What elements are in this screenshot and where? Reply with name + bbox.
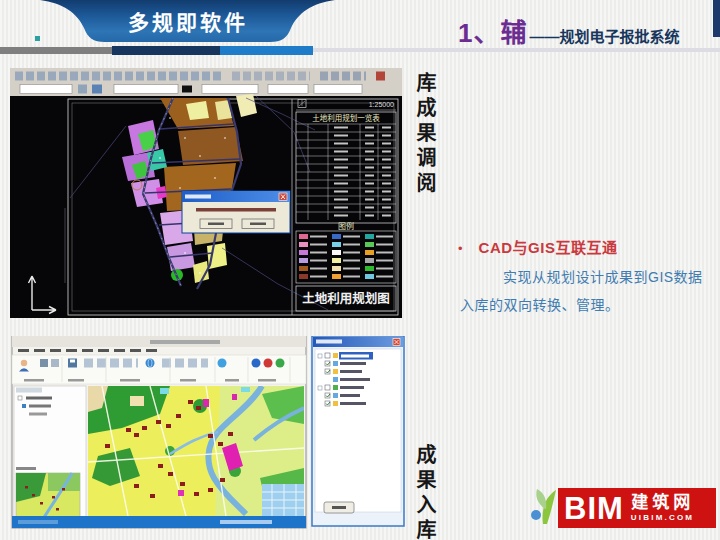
header-banner: 多规即软件 — [40, 0, 335, 44]
legend-title: 图例 — [338, 221, 354, 231]
start-icon[interactable] — [276, 359, 285, 368]
sync-icon[interactable] — [252, 359, 261, 368]
logo-domain: UIBIM.COM — [631, 513, 694, 522]
section-heading: 1、辅 ——规划电子报批系统 — [458, 12, 720, 48]
section-number: 1、辅 — [458, 12, 527, 49]
divider-navy-segment — [112, 46, 220, 55]
divider-blue-segment — [220, 46, 313, 55]
gis-ribbon[interactable] — [12, 355, 306, 384]
cad-layer-combo[interactable] — [20, 85, 72, 94]
cad-linetype-combo[interactable] — [202, 85, 258, 94]
logo-brand-cn: 建筑网 — [631, 494, 694, 513]
leaf-icon — [528, 484, 562, 528]
logo-box: BIM 建筑网 UIBIM.COM — [558, 488, 716, 528]
cad-plotstyle-combo[interactable] — [314, 85, 362, 94]
bullet-body-line1: 实现从规划设计成果到GIS数据 — [503, 266, 703, 286]
info-dialog — [182, 191, 290, 233]
status-bar — [12, 516, 306, 528]
vertical-label-store: 成果入库 — [406, 444, 440, 540]
vertical-label-retrieve: 库成果调阅 — [406, 72, 440, 202]
scale-label: 1:25000 — [369, 101, 394, 108]
section-title: ——规划电子报批系统 — [529, 25, 679, 46]
globe-icon[interactable] — [218, 359, 227, 368]
cad-toolbar-icon[interactable] — [78, 85, 87, 94]
site-logo: BIM 建筑网 UIBIM.COM — [528, 484, 716, 528]
teal-accent-square — [35, 36, 40, 41]
globe-icon[interactable] — [146, 359, 155, 368]
gis-map[interactable] — [88, 386, 304, 516]
logo-brand: BIM — [564, 493, 624, 524]
gis-window-screenshot — [10, 336, 406, 532]
stop-icon[interactable] — [264, 359, 273, 368]
layer-dialog[interactable] — [312, 336, 404, 526]
bullet-title: CAD与GIS互联互通 — [479, 236, 618, 257]
banner-title: 多规即软件 — [128, 11, 248, 34]
bullet-item: • CAD与GIS互联互通 — [458, 236, 617, 257]
layers-panel[interactable] — [14, 386, 86, 526]
cad-window-screenshot: 1:25000 土地利用规划一览表 图例 — [10, 68, 402, 318]
cad-color-swatch[interactable] — [182, 86, 192, 93]
cad-style-combo[interactable] — [114, 85, 178, 94]
table-title: 土地利用规划一览表 — [312, 113, 380, 123]
gis-menu-bar[interactable] — [18, 349, 157, 352]
bullet-body-line2: 入库的双向转换、管理。 — [460, 294, 620, 314]
header-divider — [0, 46, 720, 55]
corner-accent — [713, 0, 720, 37]
map-title: 土地利用规划图 — [302, 291, 390, 306]
cad-lineweight-combo[interactable] — [268, 85, 308, 94]
divider-gray-segment — [0, 47, 112, 54]
bullet-icon: • — [458, 241, 463, 256]
cad-toolbar-icon-red[interactable] — [376, 72, 385, 81]
cad-toolbar-icon[interactable] — [92, 85, 102, 94]
user-icon[interactable] — [21, 360, 27, 366]
slide: 多规即软件 1、辅 ——规划电子报批系统 — [0, 0, 720, 540]
